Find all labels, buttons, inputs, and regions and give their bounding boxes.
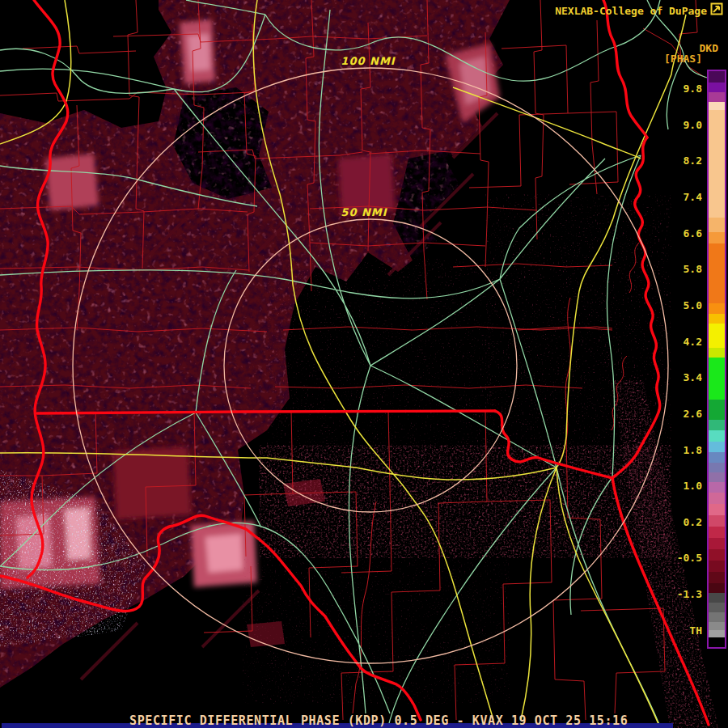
colorbar-segment xyxy=(709,637,725,647)
colorbar-segment xyxy=(709,442,725,452)
colorbar-tick-label: 1.0 xyxy=(684,480,702,492)
colorbar-segment xyxy=(709,603,725,612)
colorbar-tick-label: 4.2 xyxy=(684,336,702,348)
colorbar-tick-label: 0.2 xyxy=(684,517,702,528)
colorbar-segment xyxy=(709,83,725,92)
colorbar-segment xyxy=(709,324,725,348)
colorbar-segment xyxy=(709,348,725,358)
status-bar-text: SPECIFIC DIFFERENTIAL PHASE (KDP) 0.5 DE… xyxy=(129,713,628,728)
colorbar-segment xyxy=(709,218,725,232)
colorbar-tick-label: 3.4 xyxy=(684,372,702,383)
colorbar-tick-label: 6.6 xyxy=(684,228,702,239)
colorbar-tick-label: -1.3 xyxy=(677,589,702,600)
colorbar-segment xyxy=(709,504,725,515)
product-phase-label: [PHAS] xyxy=(664,53,702,65)
colorbar-segment xyxy=(709,303,725,314)
colorbar-segment xyxy=(709,102,725,110)
colorbar-segment xyxy=(709,515,725,527)
colorbar-segment xyxy=(709,538,725,549)
colorbar-segment xyxy=(709,463,725,472)
colorbar-tick-label: 9.0 xyxy=(684,120,702,131)
colorbar-segment xyxy=(709,583,725,593)
colorbar-segment xyxy=(709,622,725,630)
nexlab-logo-icon xyxy=(710,2,723,15)
colorbar-tick-label: -0.5 xyxy=(677,552,702,564)
colorbar-segment xyxy=(709,314,725,324)
colorbar-segment xyxy=(709,92,725,102)
colorbar-segment xyxy=(709,482,725,493)
colorbar-tick-label: 9.8 xyxy=(684,83,702,95)
range-ring-label-100nmi: 100 NMI xyxy=(341,55,395,67)
colorbar-segment xyxy=(709,243,725,303)
colorbar-segment xyxy=(709,593,725,603)
colorbar-segment xyxy=(709,110,725,218)
colorbar-segment xyxy=(709,561,725,572)
colorbar-segment xyxy=(709,527,725,538)
range-ring-label-50nmi: 50 NMI xyxy=(341,206,387,218)
colorbar-segment xyxy=(709,71,725,83)
colorbar-segment xyxy=(709,358,725,400)
color-scale-bar xyxy=(707,70,726,649)
colorbar-segment xyxy=(709,630,725,637)
colorbar-tick-label: 5.0 xyxy=(684,300,702,311)
brand-title: NEXLAB-College of DuPage xyxy=(555,5,707,17)
colorbar-tick-label: 7.4 xyxy=(684,192,702,203)
colorbar-segment xyxy=(709,232,725,243)
colorbar-segment xyxy=(709,430,725,442)
colorbar-tick-label: 5.8 xyxy=(684,264,702,275)
colorbar-tick-label: 1.8 xyxy=(684,445,702,456)
colorbar-segment xyxy=(709,420,725,430)
colorbar-tick-label: 2.6 xyxy=(684,408,702,420)
colorbar-segment xyxy=(709,612,725,622)
savannah-river-border xyxy=(603,0,647,138)
colorbar-segment xyxy=(709,549,725,561)
radar-display: NEXLAB-College of DuPage DKD [PHAS] 100 … xyxy=(0,0,728,728)
colorbar-segment xyxy=(709,452,725,463)
colorbar-segment xyxy=(709,400,725,420)
colorbar-segment xyxy=(709,472,725,482)
colorbar-tick-label: 8.2 xyxy=(684,155,702,167)
colorbar-segment xyxy=(709,493,725,504)
radar-map xyxy=(0,0,728,728)
colorbar-segment xyxy=(709,572,725,583)
colorbar-tick-label: TH xyxy=(689,625,702,637)
product-code-label: DKD xyxy=(700,42,718,54)
